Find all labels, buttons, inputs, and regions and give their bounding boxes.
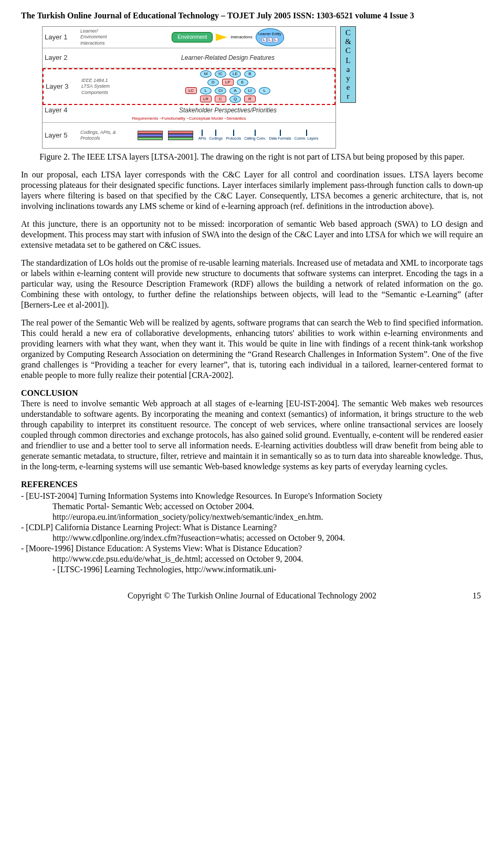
interactions-label: Interactions	[230, 35, 252, 40]
layer-label: Layer 4	[43, 105, 79, 115]
layer-sub	[79, 57, 120, 59]
reference-line: - [LTSC-1996] Learning Technologies, htt…	[21, 564, 483, 575]
ltsa-box: R	[244, 96, 256, 102]
cc-char: C	[345, 47, 351, 55]
paragraph-conclusion: There is need to involve semantic Web ap…	[21, 398, 483, 472]
layer-sub	[79, 110, 120, 112]
learner-entity: Learner Entity L L L	[256, 28, 284, 46]
layer5-col: Data Formats	[269, 130, 291, 141]
figure-row-layer2: Layer 2 Learner-Related Design Features	[43, 48, 335, 68]
layer5-stack	[168, 131, 193, 140]
paragraph-4: The real power of the Semantic Web will …	[21, 318, 483, 381]
figure-caption: Figure 2. The IEEE LTSA layers [LTSA-200…	[21, 152, 483, 162]
reference-line: - [CDLP] California Distance Learning Pr…	[21, 522, 483, 533]
ltsa-node: E	[237, 79, 248, 86]
figure-row-layer3: Layer 3 IEEE 1484.1 LTSA System Componen…	[43, 68, 335, 105]
references-heading: REFERENCES	[21, 479, 483, 490]
ltsa-box: LC	[185, 87, 197, 94]
ltsa-node: CI	[215, 87, 226, 94]
layer5-col: APIs	[198, 130, 206, 141]
learner-mini: L	[273, 37, 278, 43]
ltsa-box: C	[215, 96, 226, 102]
cc-char: y	[346, 75, 350, 82]
reference-line: http://europa.eu.int/information_society…	[21, 512, 483, 522]
cc-char: a	[346, 66, 350, 73]
learner-mini: L	[267, 37, 272, 43]
figure-row-layer4: Layer 4 Stakeholder Perspectives/Priorit…	[43, 105, 335, 123]
layer4-subline: Requirements ~Functionality ~Conceptual …	[43, 116, 335, 121]
ltsa-node: IC	[215, 70, 226, 78]
reference-line: - [EU-IST-2004] Turning Information Syst…	[21, 491, 483, 501]
ltsa-node: B	[244, 70, 256, 78]
ltsa-node: LI	[244, 87, 256, 94]
ltsa-node: LE	[229, 70, 241, 78]
learner-entity-label: Learner Entity	[258, 32, 281, 37]
arrow-icon	[216, 34, 227, 41]
ltsa-node: D	[207, 79, 219, 86]
journal-header: The Turkish Online Journal of Educationa…	[21, 10, 483, 21]
layer-sub: IEEE 1484.1 LTSA System Components	[80, 77, 121, 97]
cc-char: &	[345, 38, 351, 46]
layer-sub: Codings, APIs, & Protocols	[79, 129, 120, 143]
cc-char: L	[345, 57, 350, 65]
layer4-title: Stakeholder Perspectives/Priorities	[122, 107, 333, 114]
layer2-title: Learner-Related Design Features	[181, 54, 275, 62]
layer5-col: Calling Conv.	[244, 130, 266, 141]
layer-sub: Learner/ Environment Interactions	[79, 27, 120, 47]
cc-char: r	[347, 92, 350, 100]
learner-mini: L	[261, 37, 267, 43]
figure-row-layer1: Layer 1 Learner/ Environment Interaction…	[43, 27, 335, 48]
ltsa-node: M	[200, 70, 212, 78]
layer5-col: Protocols	[226, 130, 241, 141]
reference-line: http://www.cdlponline.org/index.cfm?fuse…	[21, 533, 483, 543]
cc-layer-band: C & C L a y e r	[340, 26, 356, 103]
page-number: 15	[465, 591, 481, 601]
layer5-stack	[138, 131, 163, 140]
layer-label: Layer 5	[43, 130, 79, 141]
copyright-text: Copyright © The Turkish Online Journal o…	[39, 591, 465, 601]
page-footer: Copyright © The Turkish Online Journal o…	[21, 591, 483, 601]
layer-label: Layer 3	[44, 81, 80, 92]
figure-row-layer5: Layer 5 Codings, APIs, & Protocols APIs …	[43, 123, 335, 148]
layer5-col: Comm. Layers	[295, 130, 319, 141]
reference-line: Thematic Portal- Semantic Web; accessed …	[21, 501, 483, 512]
figure-main-diagram: Layer 1 Learner/ Environment Interaction…	[42, 26, 336, 149]
cc-char: e	[346, 83, 350, 91]
conclusion-heading: CONCLUSION	[21, 388, 483, 398]
environment-box: Environment	[172, 32, 213, 43]
references-block: - [EU-IST-2004] Turning Information Syst…	[21, 491, 483, 575]
ltsa-node: L	[259, 87, 270, 94]
ltsa-box: LP	[222, 79, 234, 86]
layer5-col: Codings	[209, 130, 223, 141]
layer-label: Layer 1	[43, 32, 79, 43]
ltsa-node: A	[229, 87, 241, 94]
reference-line: http://www.cde.psu.edu/de/what_is_de.htm…	[21, 554, 483, 564]
cc-char: C	[345, 29, 351, 37]
reference-line: - [Moore-1996] Distance Education: A Sys…	[21, 543, 483, 554]
paragraph-2: At this juncture, there is an opportunit…	[21, 219, 483, 250]
paragraph-3: The standardization of LOs holds out the…	[21, 258, 483, 310]
figure-2: Layer 1 Learner/ Environment Interaction…	[42, 26, 483, 149]
ltsa-node: L	[200, 87, 212, 94]
paragraph-1: In our proposal, each LTSA layer corresp…	[21, 170, 483, 212]
ltsa-box: LR	[200, 96, 212, 102]
layer-label: Layer 2	[43, 52, 79, 63]
ltsa-node: Q	[229, 96, 241, 103]
